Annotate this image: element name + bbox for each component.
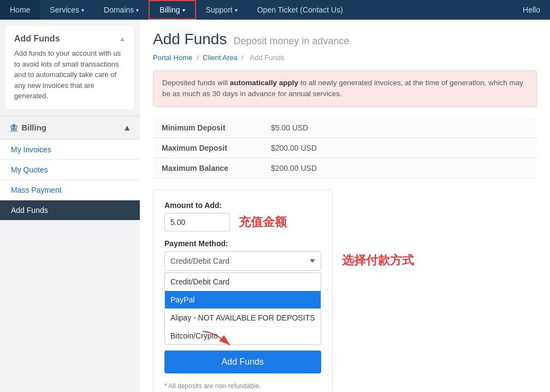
nav-domains[interactable]: Domains ▾: [94, 0, 149, 20]
breadcrumb-client-area[interactable]: Client Area: [203, 54, 238, 62]
add-funds-button[interactable]: Add Funds: [164, 351, 321, 373]
nav-billing[interactable]: Billing ▾: [149, 0, 196, 20]
payment-dropdown-list: Credit/Debit Card PayPal Alipay - NOT AV…: [164, 272, 321, 345]
payment-option-bitcoin[interactable]: Bitcoin/Crypto: [165, 327, 321, 345]
page-title: Add Funds: [153, 31, 227, 48]
page-subtitle: Deposit money in advance: [233, 35, 349, 47]
deposit-value-max: $200.00 USD: [262, 138, 537, 158]
payment-option-paypal[interactable]: PayPal: [165, 291, 321, 309]
sidebar-item-add-funds[interactable]: Add Funds: [0, 200, 140, 221]
payment-option-credit[interactable]: Credit/Debit Card: [165, 273, 321, 291]
payment-label: Payment Method:: [164, 239, 321, 248]
bank-icon: 🏦: [9, 123, 19, 132]
nav-services[interactable]: Services ▾: [40, 0, 94, 20]
deposit-info-table: Minimum Deposit $5.00 USD Maximum Deposi…: [153, 118, 537, 179]
support-dropdown-icon: ▾: [235, 7, 238, 13]
payment-select-row: Credit/Debit Card 选择付款方式: [164, 251, 321, 271]
sidebar-add-funds-title: Add Funds ▲: [14, 34, 126, 44]
table-row: Maximum Balance $200.00 USD: [153, 158, 537, 178]
nav-hello: Hello: [513, 0, 550, 20]
nav-open-ticket[interactable]: Open Ticket (Contact Us): [247, 0, 353, 20]
amount-cn-annotation: 充值金额: [239, 214, 287, 230]
domains-dropdown-icon: ▾: [136, 7, 139, 13]
deposit-value-min: $5.00 USD: [262, 118, 537, 138]
sidebar-item-my-quotes[interactable]: My Quotes: [0, 160, 140, 180]
arrow-container: Add Funds: [164, 345, 321, 379]
billing-dropdown-icon: ▾: [182, 7, 185, 13]
sidebar: Add Funds ▲ Add funds to your account wi…: [0, 20, 140, 392]
breadcrumb-portal-home[interactable]: Portal Home: [153, 54, 192, 62]
sidebar-billing-section: 🏦 Billing ▲ My Invoices My Quotes Mass P…: [0, 116, 140, 221]
sidebar-item-mass-payment[interactable]: Mass Payment: [0, 180, 140, 200]
table-row: Minimum Deposit $5.00 USD: [153, 118, 537, 138]
page-body: Add Funds ▲ Add funds to your account wi…: [0, 20, 550, 392]
payment-cn-annotation: 选择付款方式: [342, 252, 414, 269]
payment-select[interactable]: Credit/Debit Card: [164, 251, 321, 271]
table-row: Maximum Deposit $200.00 USD: [153, 138, 537, 158]
amount-input[interactable]: [164, 213, 230, 231]
services-dropdown-icon: ▾: [81, 7, 84, 13]
sidebar-add-funds-card: Add Funds ▲ Add funds to your account wi…: [5, 26, 134, 109]
sidebar-add-funds-desc: Add funds to your account with us to avo…: [14, 48, 126, 102]
sidebar-collapse-icon: ▲: [119, 35, 126, 43]
non-refundable-notice: * All deposits are non-refundable.: [164, 382, 321, 390]
payment-option-alipay[interactable]: Alipay - NOT AVAILABLE FOR DEPOSITS: [165, 309, 321, 327]
sidebar-item-my-invoices[interactable]: My Invoices: [0, 140, 140, 160]
billing-collapse-icon: ▲: [123, 123, 131, 132]
deposit-label-min: Minimum Deposit: [153, 118, 262, 138]
sidebar-billing-header: 🏦 Billing ▲: [0, 116, 140, 140]
amount-label: Amount to Add:: [164, 201, 321, 210]
amount-row: 充值金额: [164, 213, 321, 231]
deposit-value-balance: $200.00 USD: [262, 158, 537, 178]
nav-support[interactable]: Support ▾: [196, 0, 247, 20]
add-funds-form: Amount to Add: 充值金额 Payment Method: Cred…: [153, 189, 333, 393]
nav-home[interactable]: Home: [0, 0, 40, 20]
breadcrumb-current: Add Funds: [250, 54, 285, 62]
notice-box: Deposited funds will automatically apply…: [153, 70, 537, 107]
main-content: Add Funds Deposit money in advance Porta…: [140, 20, 550, 392]
breadcrumb: Portal Home / Client Area / Add Funds: [153, 54, 537, 62]
top-nav: Home Services ▾ Domains ▾ Billing ▾ Supp…: [0, 0, 550, 20]
page-title-row: Add Funds Deposit money in advance: [153, 31, 537, 48]
deposit-label-balance: Maximum Balance: [153, 158, 262, 178]
deposit-label-max: Maximum Deposit: [153, 138, 262, 158]
